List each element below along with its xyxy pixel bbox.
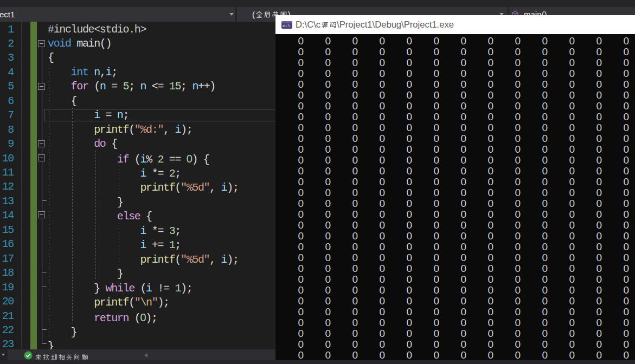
svg-text:c:\: c:\	[283, 23, 291, 28]
